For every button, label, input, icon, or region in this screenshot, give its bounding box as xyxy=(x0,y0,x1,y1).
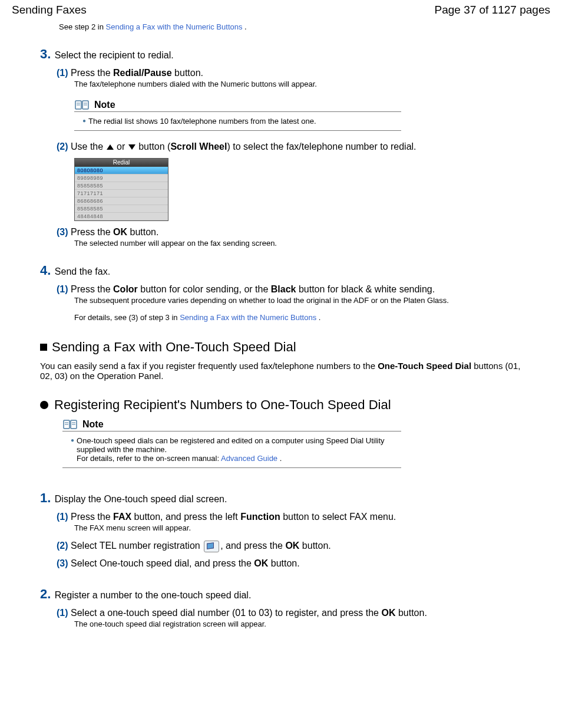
step3-sub3-desc: The selected number will appear on the f… xyxy=(74,239,533,248)
reg-step-2-title: Register a number to the one-touch speed… xyxy=(55,590,252,600)
note-icon xyxy=(62,419,79,430)
step-4-title: Send the fax. xyxy=(55,266,110,276)
t: button. xyxy=(395,608,427,618)
t: , and press the xyxy=(220,541,285,551)
scroll-wheel-label: Scroll Wheel xyxy=(170,141,227,151)
step3-sub3-text: Press the OK button. xyxy=(71,227,158,237)
r1-sub2-num: (2) xyxy=(57,541,68,551)
note-line-2a: For details, refer to the on-screen manu… xyxy=(77,454,221,463)
ok-label: OK xyxy=(254,558,268,568)
step-3-number: 3. xyxy=(40,47,51,61)
page-counter: Page 37 of 1127 pages xyxy=(434,4,550,17)
r1-sub1-desc: The FAX menu screen will appear. xyxy=(74,523,533,532)
note-line-1: One-touch speed dials can be registered … xyxy=(77,436,385,454)
r2-sub1-num: (1) xyxy=(57,608,68,618)
tel-registration-icon xyxy=(204,541,219,552)
note-icon xyxy=(74,99,91,111)
intro-suffix: . xyxy=(244,22,247,31)
reg-step-2-number: 2. xyxy=(40,587,51,601)
t: Press the xyxy=(71,512,113,522)
note-title: Note xyxy=(94,100,115,110)
redial-row: 89898989 xyxy=(75,174,168,182)
function-label: Function xyxy=(240,512,280,522)
t: button for black & white sending. xyxy=(296,284,435,294)
redial-row: 86868686 xyxy=(75,197,168,205)
t: Use the xyxy=(71,141,106,151)
heading-registering: Registering Recipient's Numbers to One-T… xyxy=(54,397,391,413)
intro-line: See step 2 in Sending a Fax with the Num… xyxy=(59,22,533,31)
ok-label: OK xyxy=(285,541,299,551)
step4-sub1-num: (1) xyxy=(57,284,68,294)
intro-prefix: See step 2 in xyxy=(59,22,106,31)
t: button. xyxy=(299,541,330,551)
r1-sub1-text: Press the FAX button, and press the left… xyxy=(71,512,396,522)
t: For details, see (3) of step 3 in xyxy=(74,313,180,322)
note-box-speed-dial: Note ●One-touch speed dials can be regis… xyxy=(62,419,401,468)
t: ) to select the fax/telephone number to … xyxy=(227,141,416,151)
ok-label: OK xyxy=(113,227,127,237)
bullet-icon: ● xyxy=(82,117,86,124)
t: Select TEL number registration xyxy=(71,541,203,551)
note-body: ●The redial list shows 10 fax/telephone … xyxy=(74,112,401,131)
reg-step-1-title: Display the One-touch speed dial screen. xyxy=(55,494,227,504)
step3-sub1-num: (1) xyxy=(57,68,68,78)
link-sending-fax-numeric[interactable]: Sending a Fax with the Numeric Buttons xyxy=(106,22,243,31)
t: Press the xyxy=(71,284,113,294)
t: . xyxy=(277,454,282,463)
t: button. xyxy=(268,558,299,568)
up-arrow-icon xyxy=(107,144,114,150)
step3-sub3-num: (3) xyxy=(57,227,68,237)
fax-label: FAX xyxy=(113,512,131,522)
reg-step-1-number: 1. xyxy=(40,490,51,505)
redial-row: 85858585 xyxy=(75,205,168,213)
ok-label: OK xyxy=(381,608,395,618)
step4-sub1-text: Press the Color button for color sending… xyxy=(71,284,435,294)
step4-sub1-desc: The subsequent procedure varies dependin… xyxy=(74,296,533,305)
t: Select a one-touch speed dial number (01… xyxy=(71,608,381,618)
t: button, and press the left xyxy=(131,512,240,522)
t: You can easily send a fax if you registe… xyxy=(40,361,378,371)
step3-sub1-text: Press the Redial/Pause button. xyxy=(71,68,203,78)
step3-sub2-num: (2) xyxy=(57,141,68,151)
redial-row: 71717171 xyxy=(75,190,168,197)
t: . xyxy=(316,313,320,322)
r2-sub1-desc: The one-touch speed dial registration sc… xyxy=(74,620,533,628)
r1-sub2-text: Select TEL number registration , and pre… xyxy=(71,541,331,551)
t: button for color sending, or the xyxy=(138,284,271,294)
note-box-redial: Note ●The redial list shows 10 fax/telep… xyxy=(74,99,401,131)
redial-row-selected: 80808080 xyxy=(75,167,168,174)
r1-sub3-text: Select One-touch speed dial, and press t… xyxy=(71,558,300,568)
black-label: Black xyxy=(271,284,296,294)
step3-sub2-text: Use the or button (Scroll Wheel) to sele… xyxy=(71,141,416,151)
t: Press the xyxy=(71,227,113,237)
down-arrow-icon xyxy=(128,144,135,150)
redial-row: 85858585 xyxy=(75,182,168,190)
page-title-left: Sending Faxes xyxy=(12,4,87,17)
step3-sub1-desc: The fax/telephone numbers dialed with th… xyxy=(74,80,533,88)
heading-one-touch: Sending a Fax with One-Touch Speed Dial xyxy=(52,340,296,355)
t: button to select FAX menu. xyxy=(280,512,396,522)
t: button. xyxy=(172,68,203,78)
link-sending-fax-numeric-2[interactable]: Sending a Fax with the Numeric Buttons xyxy=(180,313,316,322)
circle-bullet-icon xyxy=(40,401,48,409)
redial-pause-label: Redial/Pause xyxy=(113,68,172,78)
bullet-icon: ● xyxy=(71,437,74,443)
step4-details: For details, see (3) of step 3 in Sendin… xyxy=(74,313,533,322)
color-label: Color xyxy=(113,284,138,294)
note-text: The redial list shows 10 fax/telephone n… xyxy=(88,117,316,126)
t: or xyxy=(114,141,128,151)
note-body-sd: ●One-touch speed dials can be registered… xyxy=(62,431,401,468)
t: Press the xyxy=(71,68,113,78)
r2-sub1-text: Select a one-touch speed dial number (01… xyxy=(71,608,427,618)
t: button ( xyxy=(136,141,171,151)
redial-screen: Redial 80808080 89898989 85858585 717171… xyxy=(74,158,168,221)
link-advanced-guide[interactable]: Advanced Guide xyxy=(221,454,277,463)
one-touch-intro: You can easily send a fax if you registe… xyxy=(40,361,533,381)
square-bullet-icon xyxy=(40,344,47,351)
redial-row: 48484848 xyxy=(75,213,168,220)
redial-screen-title: Redial xyxy=(75,159,168,167)
step-4-number: 4. xyxy=(40,263,51,278)
t: button. xyxy=(127,227,158,237)
one-touch-label: One-Touch Speed Dial xyxy=(378,361,471,371)
t: Select One-touch speed dial, and press t… xyxy=(71,558,254,568)
